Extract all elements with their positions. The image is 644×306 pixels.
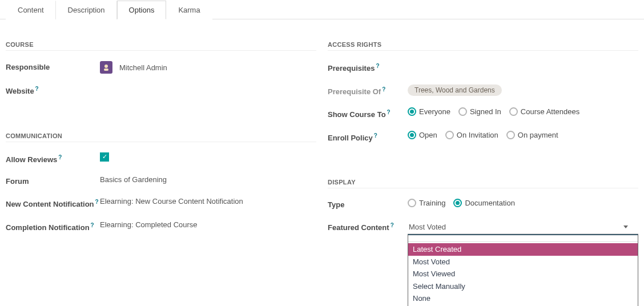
row-allow-reviews: Allow Reviews? ✓ <box>6 152 316 166</box>
row-completion-notification: Completion Notification? Elearning: Comp… <box>6 220 316 233</box>
right-column: ACCESS RIGHTS Prerequisites? Prerequisit… <box>328 37 638 244</box>
help-icon[interactable]: ? <box>391 222 394 228</box>
help-icon[interactable]: ? <box>58 154 62 160</box>
radio-everyone[interactable]: Everyone <box>408 107 450 116</box>
section-title-display: DISPLAY <box>328 179 638 188</box>
avatar <box>100 61 112 74</box>
label-completion-notification: Completion Notification? <box>6 220 100 233</box>
radio-group-enroll-policy: Open On Invitation On payment <box>408 131 638 139</box>
value-prerequisite-of: Trees, Wood and Gardens <box>408 84 638 96</box>
row-prerequisite-of: Prerequisite Of? Trees, Wood and Gardens <box>328 84 638 98</box>
responsible-name: Mitchell Admin <box>119 63 167 72</box>
help-icon[interactable]: ? <box>374 132 377 139</box>
radio-group-type: Training Documentation <box>408 199 638 207</box>
label-show-course-to: Show Course To? <box>328 107 408 120</box>
option-latest-created[interactable]: Latest Created <box>408 243 638 256</box>
chevron-down-icon <box>623 226 628 228</box>
svg-rect-1 <box>104 69 108 71</box>
label-type: Type <box>328 199 408 210</box>
row-website: Website? <box>6 84 316 97</box>
radio-on-payment[interactable]: On payment <box>506 131 558 139</box>
tab-options[interactable]: Options <box>117 1 167 19</box>
help-icon[interactable]: ? <box>91 222 94 228</box>
label-featured-content: Featured Content? <box>328 220 408 233</box>
section-title-course: COURSE <box>6 41 316 51</box>
label-new-content-notification: New Content Notification? <box>6 197 100 210</box>
section-title-communication: COMMUNICATION <box>6 132 316 142</box>
radio-on-invitation[interactable]: On Invitation <box>445 131 498 139</box>
label-allow-reviews: Allow Reviews? <box>6 152 100 166</box>
help-icon[interactable]: ? <box>95 199 99 205</box>
radio-documentation[interactable]: Documentation <box>453 199 514 207</box>
select-display[interactable]: Most Voted <box>408 220 638 234</box>
label-prerequisite-of: Prerequisite Of? <box>328 84 408 98</box>
help-icon[interactable]: ? <box>376 63 379 69</box>
row-forum: Forum Basics of Gardening <box>6 175 316 187</box>
help-icon[interactable]: ? <box>387 109 391 115</box>
value-featured-content: Most Voted Latest Created Most Voted Mos… <box>408 220 638 234</box>
label-responsible: Responsible <box>6 61 100 73</box>
row-prerequisites: Prerequisites? <box>328 61 638 74</box>
row-featured-content: Featured Content? Most Voted Latest Crea… <box>328 220 638 234</box>
radio-group-show-course-to: Everyone Signed In Course Attendees <box>408 107 638 116</box>
tab-content[interactable]: Content <box>6 1 56 19</box>
row-new-content-notification: New Content Notification? Elearning: New… <box>6 197 316 210</box>
option-select-manually[interactable]: Select Manually <box>408 280 638 293</box>
tag-prerequisite-of[interactable]: Trees, Wood and Gardens <box>408 84 502 96</box>
value-allow-reviews: ✓ <box>100 152 316 162</box>
label-prerequisites: Prerequisites? <box>328 61 408 74</box>
value-forum[interactable]: Basics of Gardening <box>100 175 316 184</box>
value-completion-notification[interactable]: Elearning: Completed Course <box>100 220 316 229</box>
value-responsible[interactable]: Mitchell Admin <box>100 61 316 74</box>
option-most-viewed[interactable]: Most Viewed <box>408 268 638 280</box>
row-type: Type Training Documentation <box>328 199 638 210</box>
radio-course-attendees[interactable]: Course Attendees <box>509 107 579 116</box>
svg-point-0 <box>104 65 108 68</box>
featured-content-select[interactable]: Most Voted Latest Created Most Voted Mos… <box>408 220 638 234</box>
radio-training[interactable]: Training <box>408 199 445 207</box>
radio-open[interactable]: Open <box>408 131 437 139</box>
option-none[interactable]: None <box>408 292 638 305</box>
row-show-course-to: Show Course To? Everyone Signed In Cours… <box>328 107 638 120</box>
featured-content-dropdown: Latest Created Most Voted Most Viewed Se… <box>408 234 638 306</box>
label-enroll-policy: Enroll Policy? <box>328 131 408 144</box>
left-column: COURSE Responsible Mitchell Admin Websit… <box>6 37 316 244</box>
radio-signed-in[interactable]: Signed In <box>458 107 501 116</box>
option-most-voted[interactable]: Most Voted <box>408 256 638 268</box>
form-body: COURSE Responsible Mitchell Admin Websit… <box>0 19 644 250</box>
checkbox-allow-reviews[interactable]: ✓ <box>100 152 109 162</box>
dropdown-separator <box>408 235 638 242</box>
tab-karma[interactable]: Karma <box>166 1 212 19</box>
tabs-bar: Content Description Options Karma <box>0 0 644 19</box>
help-icon[interactable]: ? <box>35 86 39 92</box>
row-responsible: Responsible Mitchell Admin <box>6 61 316 74</box>
row-enroll-policy: Enroll Policy? Open On Invitation On pay… <box>328 131 638 144</box>
value-new-content-notification[interactable]: Elearning: New Course Content Notificati… <box>100 197 316 206</box>
tab-description[interactable]: Description <box>56 1 117 19</box>
label-website: Website? <box>6 84 100 97</box>
label-forum: Forum <box>6 175 100 187</box>
section-title-access-rights: ACCESS RIGHTS <box>328 41 638 51</box>
help-icon[interactable]: ? <box>382 86 385 92</box>
